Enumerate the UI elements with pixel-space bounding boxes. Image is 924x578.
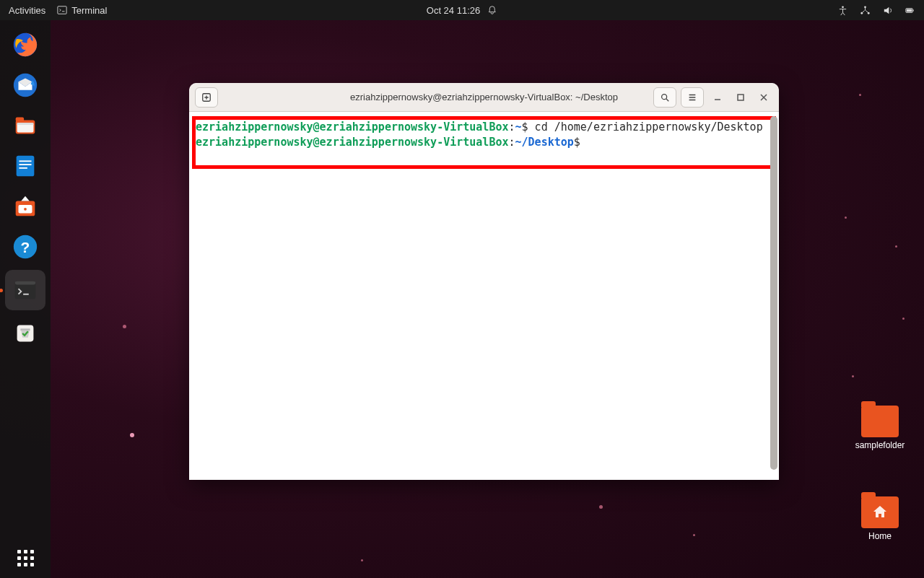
clock[interactable]: Oct 24 11:26 bbox=[427, 5, 480, 16]
svg-point-28 bbox=[662, 94, 667, 99]
minimize-button[interactable] bbox=[708, 88, 727, 107]
svg-rect-16 bbox=[19, 164, 31, 165]
notification-bell-icon[interactable] bbox=[487, 5, 497, 15]
dock-software-center[interactable] bbox=[8, 189, 43, 224]
volume-icon[interactable] bbox=[882, 5, 893, 16]
svg-rect-15 bbox=[19, 160, 31, 162]
dock-help[interactable]: ? bbox=[8, 229, 43, 264]
new-tab-button[interactable] bbox=[195, 87, 218, 108]
maximize-button[interactable] bbox=[731, 88, 750, 107]
close-icon bbox=[759, 93, 768, 102]
terminal-window: ezriahzippernowsky@ezriahzippernowsky-Vi… bbox=[189, 83, 779, 480]
hamburger-icon bbox=[687, 92, 697, 102]
close-button[interactable] bbox=[754, 88, 773, 107]
current-app-indicator[interactable]: Terminal bbox=[57, 5, 107, 16]
svg-rect-17 bbox=[19, 167, 27, 169]
network-icon[interactable] bbox=[860, 5, 871, 16]
terminal-output[interactable]: ezriahzippernowsky@ezriahzippernowsky-Vi… bbox=[189, 112, 779, 480]
show-applications-button[interactable] bbox=[17, 550, 34, 566]
scrollbar[interactable] bbox=[770, 116, 777, 470]
folder-icon bbox=[861, 406, 899, 437]
dock: ? bbox=[0, 20, 51, 578]
dock-firefox[interactable] bbox=[8, 27, 43, 62]
menu-button[interactable] bbox=[681, 87, 704, 108]
svg-rect-26 bbox=[20, 328, 30, 330]
svg-rect-13 bbox=[17, 123, 34, 125]
prompt-path: ~ bbox=[515, 121, 522, 133]
dock-files[interactable] bbox=[8, 108, 43, 143]
desktop-home-label: Home bbox=[868, 531, 892, 541]
dock-trash[interactable] bbox=[8, 316, 43, 351]
new-tab-icon bbox=[201, 92, 212, 102]
svg-rect-29 bbox=[738, 95, 744, 100]
prompt-userhost: ezriahzippernowsky@ezriahzippernowsky-Vi… bbox=[196, 121, 508, 133]
home-folder-icon bbox=[861, 496, 899, 528]
current-app-label: Terminal bbox=[71, 5, 107, 16]
titlebar[interactable]: ezriahzippernowsky@ezriahzippernowsky-Vi… bbox=[189, 83, 779, 112]
maximize-icon bbox=[736, 93, 745, 102]
svg-point-1 bbox=[842, 6, 844, 8]
prompt-userhost: ezriahzippernowsky@ezriahzippernowsky-Vi… bbox=[196, 136, 508, 149]
desktop-folder-samplefolder[interactable]: samplefolder bbox=[847, 406, 912, 450]
svg-rect-11 bbox=[16, 118, 24, 122]
terminal-icon bbox=[57, 5, 67, 15]
activities-button[interactable]: Activities bbox=[9, 5, 45, 16]
command-text: cd /home/ezriahzippernowsky/Desktop bbox=[528, 121, 763, 133]
svg-rect-24 bbox=[15, 281, 36, 285]
gnome-topbar: Activities Terminal Oct 24 11:26 bbox=[0, 0, 924, 20]
desktop-folder-label: samplefolder bbox=[855, 440, 905, 450]
svg-rect-0 bbox=[58, 6, 66, 14]
highlighted-region: ezriahzippernowsky@ezriahzippernowsky-Vi… bbox=[192, 116, 776, 169]
search-button[interactable] bbox=[653, 87, 676, 108]
search-icon bbox=[660, 92, 670, 102]
desktop-home[interactable]: Home bbox=[847, 496, 912, 541]
svg-rect-14 bbox=[17, 156, 35, 177]
minimize-icon bbox=[713, 93, 722, 102]
accessibility-icon[interactable] bbox=[837, 5, 848, 16]
window-title: ezriahzippernowsky@ezriahzippernowsky-Vi… bbox=[350, 92, 618, 102]
svg-rect-7 bbox=[907, 9, 912, 12]
dock-terminal[interactable] bbox=[5, 270, 45, 310]
dock-thunderbird[interactable] bbox=[8, 68, 43, 102]
svg-rect-6 bbox=[912, 9, 913, 11]
dock-libreoffice-writer[interactable] bbox=[8, 149, 43, 183]
svg-text:?: ? bbox=[21, 239, 30, 255]
svg-point-20 bbox=[24, 208, 27, 211]
battery-icon[interactable] bbox=[905, 5, 915, 16]
prompt-path: ~/Desktop bbox=[515, 136, 574, 149]
